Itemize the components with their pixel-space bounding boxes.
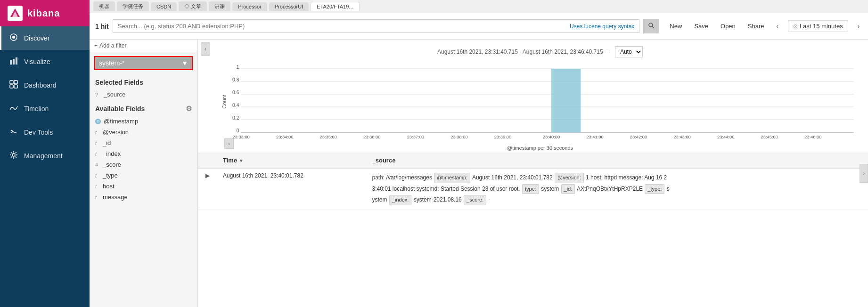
index-pattern-selector[interactable]: system-* ▼ xyxy=(94,56,193,70)
field-item-message[interactable]: t message xyxy=(90,192,197,202)
results-area: Time ▼ _source ▶ xyxy=(198,153,868,307)
sidebar-item-discover-label: Discover xyxy=(24,34,49,42)
svg-text:23:37:00: 23:37:00 xyxy=(407,135,424,139)
row-source-cell: path: /var/log/messages @timestamp: Augu… xyxy=(367,168,868,210)
svg-text:23:33:00: 23:33:00 xyxy=(232,135,249,139)
source-field-name: _source xyxy=(104,91,125,98)
left-panel: + Add a filter system-* ▼ Selected Field… xyxy=(90,40,198,307)
browser-tab-7[interactable]: ETA20/FTA19... xyxy=(311,2,359,11)
field-type-t-message: t xyxy=(95,194,100,200)
source-field-item[interactable]: ? _source xyxy=(90,89,197,100)
available-fields-label: Available Fields xyxy=(95,105,145,113)
sidebar-item-timelion[interactable]: Timelion xyxy=(0,97,90,121)
sidebar-item-devtools[interactable]: Dev Tools xyxy=(0,121,90,144)
index-pattern-value: system-* xyxy=(99,59,181,67)
col-time-header[interactable]: Time ▼ xyxy=(217,153,367,168)
field-type-t-id: t xyxy=(95,140,100,146)
browser-tab-0[interactable]: 机器 xyxy=(93,1,115,11)
svg-text:0.4: 0.4 xyxy=(232,103,239,108)
field-item-host[interactable]: t host xyxy=(90,181,197,192)
open-button[interactable]: Open xyxy=(718,21,738,32)
field-score-label: _score xyxy=(103,161,121,168)
sidebar-item-discover[interactable]: Discover xyxy=(0,26,90,50)
source-label-path: path: xyxy=(372,174,385,181)
svg-rect-5 xyxy=(13,59,15,65)
field-item-version[interactable]: t @version xyxy=(90,127,197,137)
timestamp-clock-icon: ⊙ xyxy=(95,119,101,124)
svg-text:23:45:00: 23:45:00 xyxy=(761,135,778,139)
add-filter-bar[interactable]: + Add a filter xyxy=(90,40,197,52)
source-tag-id: _id: xyxy=(561,184,575,194)
field-message-label: message xyxy=(103,194,128,201)
field-type-t-version: t xyxy=(95,129,100,135)
search-bar-wrapper[interactable]: Uses lucene query syntax xyxy=(113,19,640,33)
svg-rect-10 xyxy=(14,85,17,88)
svg-rect-8 xyxy=(14,81,17,84)
time-range-button[interactable]: ⊙ Last 15 minutes xyxy=(788,20,848,32)
field-timestamp-label: @timestamp xyxy=(104,118,138,125)
svg-text:0.6: 0.6 xyxy=(232,90,239,95)
svg-point-3 xyxy=(12,36,15,39)
logo-area: kibana xyxy=(0,0,90,26)
right-collapse-btn[interactable]: › xyxy=(860,164,868,183)
available-fields-gear-icon[interactable]: ⚙ xyxy=(186,105,192,113)
devtools-icon xyxy=(9,127,18,137)
back-button[interactable]: ‹ xyxy=(774,21,781,32)
svg-line-14 xyxy=(652,26,654,28)
search-input[interactable] xyxy=(118,23,570,30)
source-tag-timestamp: @timestamp: xyxy=(434,173,470,183)
svg-text:0.2: 0.2 xyxy=(232,115,239,121)
field-item-score[interactable]: # _score xyxy=(90,159,197,170)
search-button[interactable] xyxy=(643,19,659,33)
expand-button[interactable]: ▶ xyxy=(204,172,212,179)
sidebar-item-management[interactable]: Management xyxy=(0,144,90,168)
browser-tab-1[interactable]: 学院任务 xyxy=(117,1,149,11)
field-item-type[interactable]: t _type xyxy=(90,170,197,181)
field-type-hash-score: # xyxy=(95,162,100,168)
field-type-label: _type xyxy=(103,172,118,179)
browser-tab-5[interactable]: Processor xyxy=(232,2,267,11)
index-dropdown-icon: ▼ xyxy=(181,59,188,67)
selected-fields-header: Selected Fields xyxy=(90,74,197,89)
field-type-t-type: t xyxy=(95,173,100,178)
timelion-icon xyxy=(9,104,18,114)
sidebar-item-management-label: Management xyxy=(24,152,63,160)
browser-tab-4[interactable]: 讲课 xyxy=(209,1,230,11)
sort-icon: ▼ xyxy=(239,158,244,163)
chart-area: ‹ August 16th 2021, 23:31:40.715 - Augus… xyxy=(198,40,868,153)
share-button[interactable]: Share xyxy=(745,21,767,32)
chart-collapse-up-btn[interactable]: ‹ xyxy=(201,42,210,56)
hits-count: 1 hit xyxy=(95,23,109,30)
forward-button[interactable]: › xyxy=(855,21,862,32)
sidebar: kibana Discover xyxy=(0,0,90,307)
svg-text:23:36:00: 23:36:00 xyxy=(363,135,380,139)
sidebar-item-visualize[interactable]: Visualize xyxy=(0,50,90,73)
svg-rect-7 xyxy=(10,81,13,84)
sidebar-item-dashboard[interactable]: Dashboard xyxy=(0,73,90,97)
svg-point-12 xyxy=(12,154,15,156)
svg-text:0.8: 0.8 xyxy=(232,77,239,82)
filter-label: Add a filter xyxy=(99,42,126,49)
svg-text:23:40:00: 23:40:00 xyxy=(543,135,560,139)
field-item-timestamp[interactable]: ⊙ @timestamp xyxy=(90,116,197,127)
lucene-hint[interactable]: Uses lucene query syntax xyxy=(570,23,634,30)
chart-collapse-down-btn[interactable]: › xyxy=(224,138,234,149)
field-item-index[interactable]: t _index xyxy=(90,148,197,159)
auto-interval-select[interactable]: Auto xyxy=(615,46,643,57)
new-button[interactable]: New xyxy=(667,21,685,32)
svg-text:23:44:00: 23:44:00 xyxy=(717,135,734,139)
chart-x-label: @timestamp per 30 seconds xyxy=(221,144,859,153)
browser-tab-6[interactable]: ProcessorUI xyxy=(269,2,309,11)
row-expand-cell: ▶ xyxy=(198,168,217,210)
browser-tabs-bar: 机器 学院任务 CSDN ◇ 文章 讲课 Processor Processor… xyxy=(90,0,868,13)
content-area: + Add a filter system-* ▼ Selected Field… xyxy=(90,40,868,307)
svg-text:23:34:00: 23:34:00 xyxy=(276,135,293,139)
browser-tab-3[interactable]: ◇ 文章 xyxy=(179,1,207,11)
col-source-header: _source xyxy=(367,153,868,168)
source-tag-score: _score: xyxy=(464,195,486,205)
browser-tab-2[interactable]: CSDN xyxy=(151,2,177,11)
save-button[interactable]: Save xyxy=(691,21,711,32)
top-actions: New Save Open Share ‹ ⊙ Last 15 minutes … xyxy=(667,20,862,32)
field-item-id[interactable]: t _id xyxy=(90,137,197,148)
row-source-content: path: /var/log/messages @timestamp: Augu… xyxy=(372,172,863,206)
